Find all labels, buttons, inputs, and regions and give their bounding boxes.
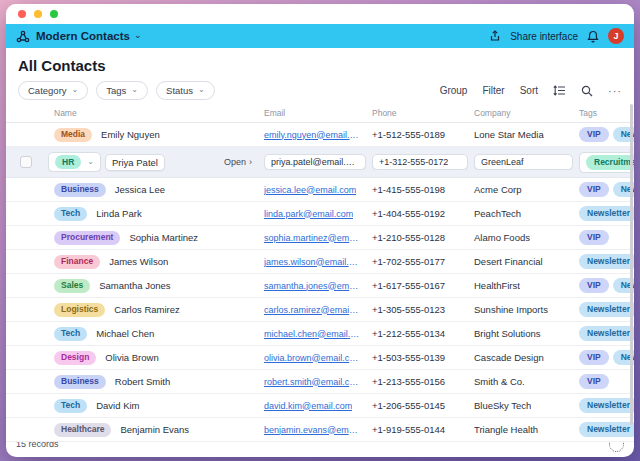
email-link[interactable]: michael.chen@email.com xyxy=(264,329,360,339)
column-header-email[interactable]: Email xyxy=(258,108,366,118)
category-badge[interactable]: Design xyxy=(54,351,96,365)
phone-value: +1-206-555-0145 xyxy=(372,400,445,411)
contact-name: Robert Smith xyxy=(115,376,170,387)
category-badge[interactable]: Business xyxy=(54,375,106,389)
email-cell: carlos.ramirez@email.com xyxy=(258,305,366,315)
category-badge[interactable]: Business xyxy=(54,183,106,197)
app-title[interactable]: Modern Contacts xyxy=(36,30,130,42)
tag-pill[interactable]: VIP xyxy=(579,278,609,293)
filter-pill-tags[interactable]: Tags⌄ xyxy=(96,81,148,100)
tag-pill[interactable]: VIP xyxy=(579,182,609,197)
category-select[interactable]: HR⌄ xyxy=(48,152,101,172)
email-link[interactable]: samantha.jones@email.com xyxy=(264,281,360,291)
category-badge[interactable]: Media xyxy=(54,128,92,142)
email-link[interactable]: emily.nguyen@email.com xyxy=(264,130,360,140)
table-row[interactable]: LogisticsCarlos Ramirezcarlos.ramirez@em… xyxy=(6,298,634,322)
category-badge[interactable]: Finance xyxy=(54,255,100,269)
company-value: Acme Corp xyxy=(474,184,522,195)
contact-name: Olivia Brown xyxy=(105,352,158,363)
phone-value: +1-919-555-0144 xyxy=(372,424,445,435)
table-row[interactable]: HealthcareBenjamin Evansbenjamin.evans@e… xyxy=(6,418,634,442)
table-row[interactable]: TechLinda Parklinda.park@email.com+1-404… xyxy=(6,202,634,226)
company-value: Cascade Design xyxy=(474,352,544,363)
table-row[interactable]: DesignOlivia Brownolivia.brown@email.com… xyxy=(6,346,634,370)
row-height-icon[interactable] xyxy=(553,85,566,96)
category-badge[interactable]: Tech xyxy=(54,207,87,221)
tag-pill[interactable]: Newsletter xyxy=(579,326,634,341)
category-badge[interactable]: Procurement xyxy=(54,231,120,245)
category-badge[interactable]: Tech xyxy=(54,327,87,341)
category-badge[interactable]: Logistics xyxy=(54,303,105,317)
email-link[interactable]: james.wilson@email.com xyxy=(264,257,360,267)
vertical-scrollbar[interactable] xyxy=(630,104,633,425)
tag-pill[interactable]: Newsletter xyxy=(579,398,634,413)
filter-pill-category[interactable]: Category⌄ xyxy=(18,81,88,100)
company-cell: Alamo Foods xyxy=(468,232,573,243)
email-link[interactable]: jessica.lee@email.com xyxy=(264,185,356,195)
contacts-table: NameEmailPhoneCompanyTags MediaEmily Ngu… xyxy=(6,104,634,425)
table-row[interactable]: SalesSamantha Jonessamantha.jones@email.… xyxy=(6,274,634,298)
column-header-tags[interactable]: Tags xyxy=(573,108,634,118)
name-cell: BusinessRobert Smith xyxy=(46,375,258,389)
minimize-window-button[interactable] xyxy=(34,10,42,18)
name-input[interactable]: Priya Patel xyxy=(105,154,165,171)
category-badge[interactable]: HR xyxy=(55,155,81,169)
filter-pill-label: Category xyxy=(28,85,67,96)
row-checkbox[interactable] xyxy=(20,156,32,168)
user-avatar[interactable]: J xyxy=(608,28,624,44)
company-cell: Bright Solutions xyxy=(468,328,573,339)
email-link[interactable]: sophia.martinez@email.com xyxy=(264,233,360,243)
email-input[interactable]: priya.patel@email.com xyxy=(264,154,366,170)
more-options-button[interactable]: ··· xyxy=(608,85,622,97)
email-link[interactable]: benjamin.evans@email.com xyxy=(264,425,360,435)
bell-icon[interactable] xyxy=(587,30,599,43)
column-header-company[interactable]: Company xyxy=(468,108,573,118)
column-header-name[interactable]: Name xyxy=(46,108,258,118)
toolbar-action-filter[interactable]: Filter xyxy=(482,85,504,96)
table-row[interactable]: TechDavid Kimdavid.kim@email.com+1-206-5… xyxy=(6,394,634,418)
email-cell: robert.smith@email.com xyxy=(258,377,366,387)
zoom-window-button[interactable] xyxy=(50,10,58,18)
company-input[interactable]: GreenLeaf xyxy=(474,154,573,170)
category-badge[interactable]: Tech xyxy=(54,399,87,413)
tag-pill[interactable]: Newsletter xyxy=(579,254,634,269)
table-row[interactable]: BusinessJessica Leejessica.lee@email.com… xyxy=(6,178,634,202)
email-cell: linda.park@email.com xyxy=(258,209,366,219)
column-header-phone[interactable]: Phone xyxy=(366,108,468,118)
tag-pill[interactable]: VIP xyxy=(579,127,609,142)
tag-pill[interactable]: Newsletter xyxy=(579,206,634,221)
table-row[interactable]: MediaEmily Nguyenemily.nguyen@email.com+… xyxy=(6,123,634,147)
tags-input[interactable]: Recruitment xyxy=(579,152,634,173)
search-icon[interactable] xyxy=(581,85,593,97)
email-link[interactable]: robert.smith@email.com xyxy=(264,377,360,387)
tag-pill[interactable]: Newsletter xyxy=(579,302,634,317)
tag-pill[interactable]: VIP xyxy=(579,230,609,245)
category-badge[interactable]: Sales xyxy=(54,279,90,293)
filter-pills: Category⌄Tags⌄Status⌄ xyxy=(18,81,223,100)
table-row[interactable]: FinanceJames Wilsonjames.wilson@email.co… xyxy=(6,250,634,274)
email-link[interactable]: linda.park@email.com xyxy=(264,209,353,219)
tag-pill[interactable]: Recruitment xyxy=(586,155,634,170)
tag-pill[interactable]: VIP xyxy=(579,350,609,365)
open-record-button[interactable]: Open› xyxy=(224,157,252,167)
table-row[interactable]: TechMichael Chenmichael.chen@email.com+1… xyxy=(6,322,634,346)
phone-input[interactable]: +1-312-555-0172 xyxy=(372,154,468,170)
table-row[interactable]: ProcurementSophia Martinezsophia.martine… xyxy=(6,226,634,250)
table-row[interactable]: HR⌄Priya PatelOpen›priya.patel@email.com… xyxy=(6,147,634,178)
filter-pill-status[interactable]: Status⌄ xyxy=(156,81,215,100)
toolbar-action-sort[interactable]: Sort xyxy=(520,85,538,96)
close-window-button[interactable] xyxy=(18,10,26,18)
email-link[interactable]: carlos.ramirez@email.com xyxy=(264,305,360,315)
table-row[interactable]: BusinessRobert Smithrobert.smith@email.c… xyxy=(6,370,634,394)
email-link[interactable]: olivia.brown@email.com xyxy=(264,353,360,363)
page-title: All Contacts xyxy=(18,57,622,75)
share-interface-button[interactable]: Share interface xyxy=(510,31,578,42)
category-badge[interactable]: Healthcare xyxy=(54,423,111,437)
tags-cell: Newsletter xyxy=(573,398,634,413)
filter-pill-label: Tags xyxy=(106,85,126,96)
email-link[interactable]: david.kim@email.com xyxy=(264,401,352,411)
chevron-down-icon[interactable]: ⌄ xyxy=(134,30,142,40)
tag-pill[interactable]: VIP xyxy=(579,374,609,389)
tag-pill[interactable]: Newsletter xyxy=(579,422,634,437)
toolbar-action-group[interactable]: Group xyxy=(440,85,468,96)
